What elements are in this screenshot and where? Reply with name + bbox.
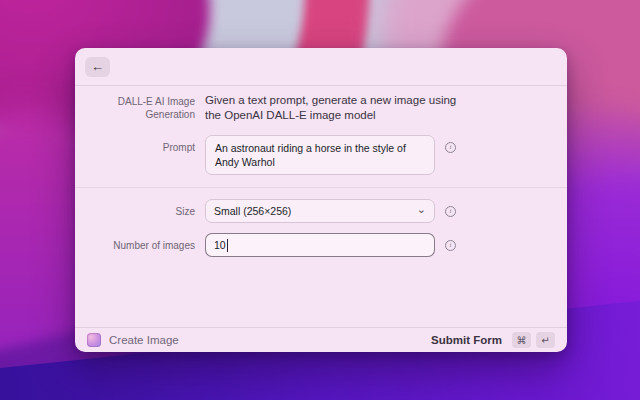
text-cursor [227, 239, 228, 252]
submit-form-button[interactable]: Submit Form [431, 334, 502, 346]
command-title-label: DALL-E AI Image Generation [75, 93, 195, 121]
count-row: Number of images 10 i [75, 233, 567, 257]
count-input[interactable]: 10 [205, 233, 435, 257]
footer-action: Create Image [87, 333, 179, 347]
count-input-value: 10 [214, 239, 226, 251]
count-label: Number of images [75, 239, 195, 252]
info-icon[interactable]: i [445, 142, 456, 153]
chevron-down-icon: ⌄ [417, 204, 426, 214]
dalle-extension-icon [87, 333, 101, 347]
size-row: Size Small (256×256) ⌄ i [75, 199, 567, 223]
footer-submit: Submit Form ⌘ ↵ [431, 332, 555, 348]
form-title-row: DALL-E AI Image Generation Given a text … [75, 93, 567, 123]
prompt-label: Prompt [75, 135, 195, 154]
size-select[interactable]: Small (256×256) ⌄ [205, 199, 435, 223]
raycast-form-window: ← DALL-E AI Image Generation Given a tex… [75, 48, 567, 352]
cmd-key-icon: ⌘ [512, 332, 531, 348]
prompt-row: Prompt An astronaut riding a horse in th… [75, 135, 567, 175]
form-separator [75, 187, 567, 188]
return-key-icon: ↵ [536, 332, 555, 348]
info-icon[interactable]: i [445, 240, 456, 251]
action-label: Create Image [109, 334, 179, 346]
back-button[interactable]: ← [85, 57, 110, 77]
size-label: Size [75, 205, 195, 218]
desktop: ← DALL-E AI Image Generation Given a tex… [0, 0, 640, 400]
size-select-value: Small (256×256) [214, 205, 291, 217]
command-description: Given a text prompt, generate a new imag… [205, 93, 457, 123]
window-footer: Create Image Submit Form ⌘ ↵ [75, 327, 567, 352]
window-header: ← [75, 48, 567, 86]
prompt-textarea[interactable]: An astronaut riding a horse in the style… [205, 135, 435, 175]
info-icon[interactable]: i [445, 206, 456, 217]
back-arrow-icon: ← [91, 58, 104, 76]
dalle-form: DALL-E AI Image Generation Given a text … [75, 86, 567, 327]
